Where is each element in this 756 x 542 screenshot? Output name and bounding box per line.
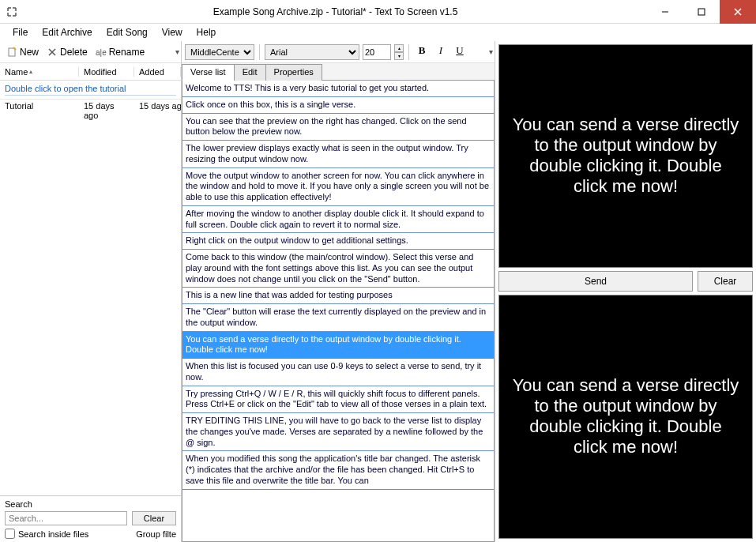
maximize-button[interactable] [683,0,720,24]
alignment-combo[interactable]: MiddleCenter [185,44,254,60]
search-input[interactable] [5,511,127,525]
font-size-stepper[interactable]: ▴▾ [394,44,404,60]
preview-upper[interactable]: You can send a verse directly to the out… [498,44,753,268]
close-button[interactable] [720,0,756,24]
editor-panel: MiddleCenter Arial ▴▾ B I U ▾ Verse list… [182,41,495,542]
sort-caret-icon: ▴ [29,68,32,75]
svg-rect-2 [9,48,15,56]
verse-item[interactable]: When this list is focused you can use 0-… [182,359,494,386]
titlebar: Example Song Archive.zip - Tutorial* - T… [0,0,756,24]
tab-properties[interactable]: Properties [265,64,322,81]
preview-panel: You can send a verse directly to the out… [495,41,756,542]
clear-button[interactable]: Clear [698,271,753,292]
font-combo[interactable]: Arial [265,44,359,60]
menu-edit-archive[interactable]: Edit Archive [36,25,98,40]
new-label: New [20,47,39,58]
font-size-input[interactable] [363,44,391,60]
tab-verse-list[interactable]: Verse list [182,64,235,81]
send-button[interactable]: Send [498,271,693,292]
verse-item[interactable]: You can see that the preview on the righ… [182,114,494,141]
preview-lower[interactable]: You can send a verse directly to the out… [498,295,753,539]
verse-item[interactable]: When you modified this song the applicat… [182,451,494,489]
verse-item[interactable]: After moving the window to another displ… [182,206,494,234]
menubar: File Edit Archive Edit Song View Help [0,24,756,41]
verse-item[interactable]: TRY EDITING THIS LINE, you will have to … [182,413,494,451]
verse-item[interactable]: Right click on the output window to get … [182,233,494,250]
search-inside-checkbox[interactable]: Search inside files [5,529,88,539]
delete-label: Delete [60,47,88,58]
delete-button[interactable]: Delete [43,45,91,59]
file-list[interactable]: Tutorial 15 days ago 15 days ag [0,100,181,495]
rename-button[interactable]: a|e Rename [92,45,148,59]
verse-item[interactable]: This is a new line that was added for te… [182,288,494,304]
verse-item[interactable]: Click once on this box, this is a single… [182,97,494,114]
new-icon [6,47,17,58]
file-modified: 15 days ago [79,101,134,120]
menu-help[interactable]: Help [190,25,223,40]
verse-item[interactable]: Welcome to TTS! This is a very basic tut… [182,81,494,97]
file-added: 15 days ag [134,101,181,120]
rename-label: Rename [109,47,145,58]
file-name: Tutorial [0,101,79,120]
new-button[interactable]: New [3,45,42,59]
minimize-button[interactable] [647,0,683,24]
verse-item[interactable]: Come back to this window (the main/contr… [182,250,494,288]
search-section: Search Clear Search inside files Group f… [0,495,181,542]
svg-rect-1 [698,9,705,15]
archive-toolbar: New Delete a|e Rename ▾ [0,41,181,63]
window-title: Example Song Archive.zip - Tutorial* - T… [24,6,647,17]
svg-text:a|e: a|e [96,48,107,57]
columns-header: Name ▴ Modified Added [0,63,181,81]
verse-item[interactable]: You can send a verse directly to the out… [182,332,494,359]
italic-button[interactable]: I [433,44,449,60]
app-icon [0,0,24,24]
tutorial-hint[interactable]: Double click to open the tutorial [0,81,181,100]
search-clear-button[interactable]: Clear [132,511,176,525]
verse-item[interactable]: The lower preview displays exactly what … [182,141,494,168]
verse-list[interactable]: Welcome to TTS! This is a very basic tut… [182,81,495,542]
bold-button[interactable]: B [414,44,430,60]
menu-file[interactable]: File [6,25,34,40]
col-added[interactable]: Added [134,67,181,77]
menu-view[interactable]: View [156,25,189,40]
overflow-icon[interactable]: ▾ [175,47,179,56]
overflow-icon[interactable]: ▾ [489,47,493,56]
delete-icon [47,47,58,58]
underline-button[interactable]: U [452,44,468,60]
archive-panel: New Delete a|e Rename ▾ Name ▴ Modified [0,41,182,542]
format-toolbar: MiddleCenter Arial ▴▾ B I U ▾ [182,41,495,63]
col-modified[interactable]: Modified [79,67,134,77]
verse-item[interactable]: Move the output window to another screen… [182,168,494,206]
file-row[interactable]: Tutorial 15 days ago 15 days ag [0,100,181,122]
search-label: Search [5,499,176,509]
verse-item[interactable]: The "Clear" button will erase the text c… [182,304,494,332]
col-name[interactable]: Name ▴ [0,67,79,77]
group-filter-label[interactable]: Group filte [136,529,176,539]
tab-edit[interactable]: Edit [234,64,266,81]
editor-tabs: Verse list Edit Properties [182,63,495,81]
verse-item[interactable]: Try pressing Ctrl+Q / W / E / R, this wi… [182,386,494,414]
rename-icon: a|e [96,47,107,58]
menu-edit-song[interactable]: Edit Song [100,25,154,40]
